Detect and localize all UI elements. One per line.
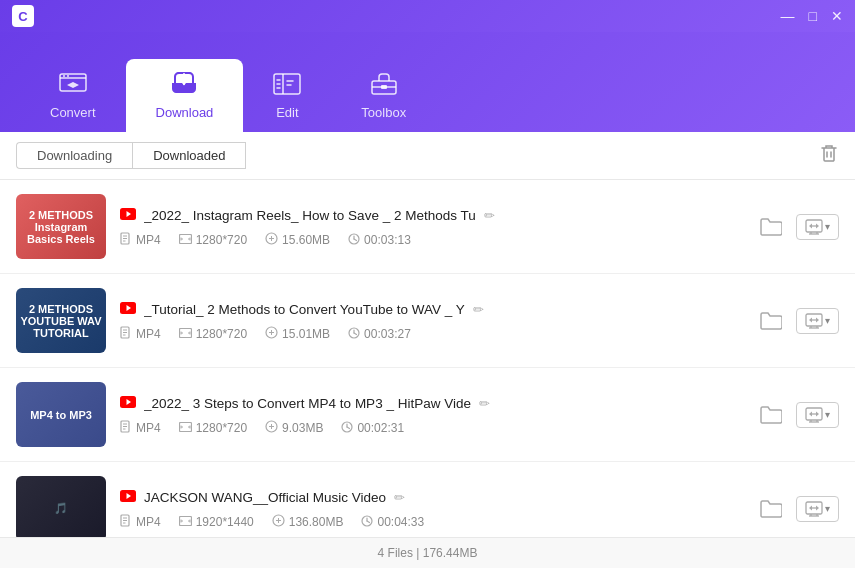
meta-resolution-val-3: 1920*1440	[196, 515, 254, 529]
meta-format-val-1: MP4	[136, 327, 161, 341]
file-item-3: 🎵 JACKSON WANG__Official Music Video ✏	[0, 462, 855, 537]
edit-title-icon-1[interactable]: ✏	[473, 302, 484, 317]
edit-label: Edit	[276, 105, 298, 120]
meta-format-0: MP4	[120, 232, 161, 247]
svg-marker-81	[809, 411, 812, 416]
edit-title-icon-2[interactable]: ✏	[479, 396, 490, 411]
meta-duration-3: 00:04:33	[361, 515, 424, 529]
toolbox-icon	[370, 71, 398, 99]
meta-duration-val-0: 00:03:13	[364, 233, 411, 247]
app-logo: C	[12, 5, 34, 27]
resolution-icon-3	[179, 516, 192, 528]
meta-format-3: MP4	[120, 514, 161, 529]
meta-format-val-0: MP4	[136, 233, 161, 247]
edit-title-icon-0[interactable]: ✏	[484, 208, 495, 223]
file-actions-2: ▾	[756, 401, 839, 428]
meta-size-3: 136.80MB	[272, 514, 344, 529]
size-icon-0	[265, 232, 278, 247]
file-thumbnail-2: MP4 to MP3	[16, 382, 106, 447]
file-thumbnail-1: 2 METHODS YOUTUBE WAV TUTORIAL	[16, 288, 106, 353]
duration-icon-1	[348, 327, 360, 341]
svg-line-29	[354, 239, 357, 241]
meta-format-val-3: MP4	[136, 515, 161, 529]
svg-line-53	[354, 333, 357, 335]
file-actions-1: ▾	[756, 307, 839, 334]
thumb-text-1: 2 METHODS YOUTUBE WAV TUTORIAL	[16, 288, 106, 353]
meta-resolution-0: 1280*720	[179, 233, 247, 247]
convert-file-button-0[interactable]: ▾	[796, 214, 839, 240]
convert-file-button-2[interactable]: ▾	[796, 402, 839, 428]
svg-marker-33	[809, 223, 812, 228]
nav-item-convert[interactable]: Convert	[20, 63, 126, 132]
meta-size-2: 9.03MB	[265, 420, 323, 435]
file-title-row-0: _2022_ Instagram Reels_ How to Save _ 2 …	[120, 206, 742, 224]
svg-rect-10	[381, 85, 387, 89]
download-label: Download	[156, 105, 214, 120]
meta-duration-val-1: 00:03:27	[364, 327, 411, 341]
meta-duration-0: 00:03:13	[348, 233, 411, 247]
youtube-icon-0	[120, 206, 136, 224]
convert-file-button-1[interactable]: ▾	[796, 308, 839, 334]
size-icon-3	[272, 514, 285, 529]
meta-duration-val-3: 00:04:33	[377, 515, 424, 529]
convert-dropdown-icon-3: ▾	[825, 503, 830, 514]
window-controls: — □ ✕	[781, 9, 843, 23]
maximize-button[interactable]: □	[809, 9, 817, 23]
meta-resolution-val-0: 1280*720	[196, 233, 247, 247]
meta-resolution-1: 1280*720	[179, 327, 247, 341]
nav-item-edit[interactable]: Edit	[243, 63, 331, 132]
toolbox-label: Toolbox	[361, 105, 406, 120]
nav-item-toolbox[interactable]: Toolbox	[331, 61, 436, 132]
youtube-icon-1	[120, 300, 136, 318]
thumb-text-0: 2 METHODS Instagram Basics Reels	[16, 194, 106, 259]
close-button[interactable]: ✕	[831, 9, 843, 23]
svg-line-101	[367, 521, 370, 523]
file-info-1: _Tutorial_ 2 Methods to Convert YouTube …	[120, 300, 742, 341]
tab-downloaded[interactable]: Downloaded	[132, 142, 246, 169]
file-item-2: MP4 to MP3 _2022_ 3 Steps to Convert MP4…	[0, 368, 855, 462]
footer-bar: 4 Files | 176.44MB	[0, 537, 855, 568]
tab-downloading[interactable]: Downloading	[16, 142, 132, 169]
file-thumbnail-3: 🎵	[16, 476, 106, 537]
duration-icon-3	[361, 515, 373, 529]
open-folder-button-0[interactable]	[756, 213, 786, 240]
delete-all-button[interactable]	[819, 143, 839, 168]
open-folder-button-3[interactable]	[756, 495, 786, 522]
edit-title-icon-3[interactable]: ✏	[394, 490, 405, 505]
titlebar: C — □ ✕	[0, 0, 855, 32]
file-title-1: _Tutorial_ 2 Methods to Convert YouTube …	[144, 302, 465, 317]
meta-duration-val-2: 00:02:31	[357, 421, 404, 435]
file-title-0: _2022_ Instagram Reels_ How to Save _ 2 …	[144, 208, 476, 223]
nav-item-download[interactable]: Download	[126, 59, 244, 132]
meta-size-val-2: 9.03MB	[282, 421, 323, 435]
meta-size-val-3: 136.80MB	[289, 515, 344, 529]
file-title-row-2: _2022_ 3 Steps to Convert MP4 to MP3 _ H…	[120, 394, 742, 412]
format-icon-0	[120, 232, 132, 247]
thumb-text-2: MP4 to MP3	[16, 382, 106, 447]
svg-marker-80	[816, 411, 819, 416]
resolution-icon-1	[179, 328, 192, 340]
thumb-text-3: 🎵	[16, 476, 106, 537]
svg-marker-104	[816, 505, 819, 510]
file-summary: 4 Files | 176.44MB	[378, 546, 478, 560]
open-folder-button-2[interactable]	[756, 401, 786, 428]
meta-resolution-2: 1280*720	[179, 421, 247, 435]
meta-resolution-3: 1920*1440	[179, 515, 254, 529]
file-title-row-3: JACKSON WANG__Official Music Video ✏	[120, 488, 742, 506]
tab-bar: Downloading Downloaded	[0, 132, 855, 180]
open-folder-button-1[interactable]	[756, 307, 786, 334]
resolution-icon-2	[179, 422, 192, 434]
file-meta-1: MP4 1280*720 15.01MB	[120, 326, 742, 341]
download-icon	[170, 69, 198, 99]
meta-format-val-2: MP4	[136, 421, 161, 435]
svg-marker-32	[816, 223, 819, 228]
file-info-2: _2022_ 3 Steps to Convert MP4 to MP3 _ H…	[120, 394, 742, 435]
minimize-button[interactable]: —	[781, 9, 795, 23]
file-item-0: 2 METHODS Instagram Basics Reels _2022_ …	[0, 180, 855, 274]
file-list: 2 METHODS Instagram Basics Reels _2022_ …	[0, 180, 855, 537]
file-actions-0: ▾	[756, 213, 839, 240]
file-info-3: JACKSON WANG__Official Music Video ✏ MP4…	[120, 488, 742, 529]
file-info-0: _2022_ Instagram Reels_ How to Save _ 2 …	[120, 206, 742, 247]
svg-marker-57	[809, 317, 812, 322]
convert-file-button-3[interactable]: ▾	[796, 496, 839, 522]
